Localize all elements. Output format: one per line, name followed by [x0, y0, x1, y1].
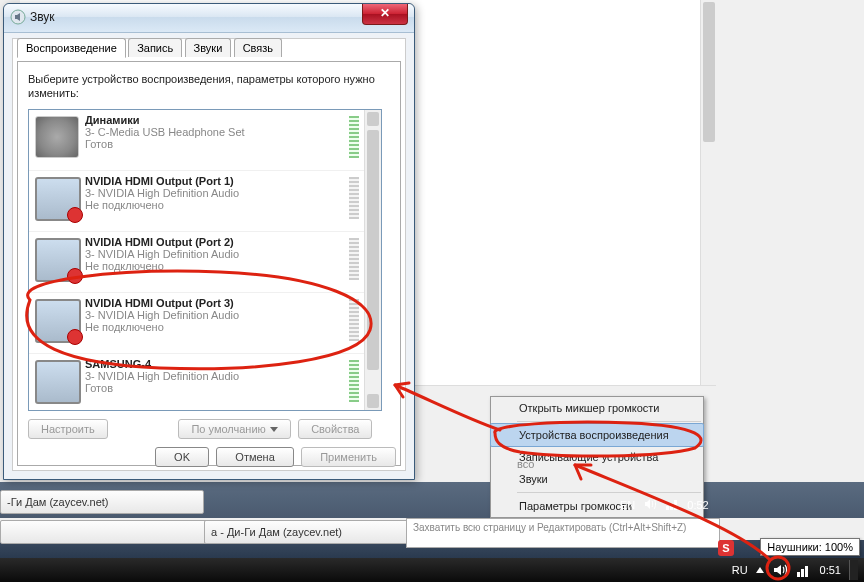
device-name: NVIDIA HDMI Output (Port 1)	[85, 175, 375, 187]
menu-open-mixer[interactable]: Открыть микшер громкости	[491, 397, 703, 419]
tab-label: а - Ди-Ги Дам (zaycev.net)	[211, 526, 342, 538]
volume-icon	[643, 497, 657, 513]
device-status: Готов	[85, 382, 375, 394]
show-hidden-icons[interactable]	[756, 567, 764, 573]
tab-playback[interactable]: Воспроизведение	[17, 38, 126, 58]
device-subtitle: 3- NVIDIA High Definition Audio	[85, 309, 375, 321]
level-meter-icon	[349, 299, 359, 341]
taskbar: RU 0:51	[0, 558, 864, 582]
close-button[interactable]: ✕	[362, 4, 408, 25]
menu-sounds[interactable]: Звуки	[491, 468, 703, 490]
capture-hint-text: Захватить всю страницу и Редактировать (…	[413, 522, 686, 533]
unplugged-badge-icon	[67, 207, 83, 223]
level-meter-icon	[349, 116, 359, 158]
system-tray: RU 0:51	[732, 560, 858, 580]
tab-label: -Ги Дам (zaycev.net)	[7, 496, 108, 508]
level-meter-icon	[349, 238, 359, 280]
device-status: Готов	[85, 138, 375, 150]
device-item[interactable]: NVIDIA HDMI Output (Port 1) 3- NVIDIA Hi…	[29, 171, 381, 232]
lang-indicator: EN	[620, 499, 635, 511]
chevron-down-icon	[270, 427, 278, 432]
unplugged-badge-icon	[67, 268, 83, 284]
device-subtitle: 3- NVIDIA High Definition Audio	[85, 370, 375, 382]
device-item[interactable]: Динамики 3- C-Media USB Headphone Set Го…	[29, 110, 381, 171]
page-scrollbar-vertical[interactable]	[700, 0, 717, 385]
unplugged-badge-icon	[67, 329, 83, 345]
monitor-icon	[35, 360, 81, 404]
volume-tooltip: Наушники: 100%	[760, 538, 860, 556]
device-subtitle: 3- NVIDIA High Definition Audio	[85, 248, 375, 260]
device-name: Динамики	[85, 114, 375, 126]
monitor-icon	[35, 299, 81, 343]
tab-sounds[interactable]: Звуки	[185, 38, 232, 57]
browser-tab-fragment[interactable]: -Ги Дам (zaycev.net)	[0, 490, 204, 514]
cancel-button[interactable]: Отмена	[216, 447, 293, 467]
set-default-label: По умолчанию	[191, 423, 265, 435]
device-buttons-row: Настроить По умолчанию Свойства	[28, 419, 390, 439]
clock[interactable]: 0:51	[820, 564, 841, 576]
menu-separator	[517, 492, 701, 493]
ok-button[interactable]: OK	[155, 447, 209, 467]
capture-hint-bar: Захватить всю страницу и Редактировать (…	[406, 518, 720, 548]
tab-communications[interactable]: Связь	[234, 38, 282, 57]
properties-button[interactable]: Свойства	[298, 419, 372, 439]
device-item[interactable]: NVIDIA HDMI Output (Port 2) 3- NVIDIA Hi…	[29, 232, 381, 293]
device-name: NVIDIA HDMI Output (Port 3)	[85, 297, 375, 309]
browser-tab-fragment[interactable]	[0, 520, 212, 544]
menu-separator	[517, 421, 701, 422]
screenshot-app-icon[interactable]: S	[718, 540, 734, 556]
stub-text: всо	[517, 458, 534, 470]
sound-icon	[10, 9, 26, 25]
level-meter-icon	[349, 360, 359, 402]
device-subtitle: 3- NVIDIA High Definition Audio	[85, 187, 375, 199]
volume-icon[interactable]	[772, 562, 788, 578]
network-icon[interactable]	[796, 562, 812, 578]
menu-playback-devices[interactable]: Устройства воспроизведения	[490, 423, 704, 447]
monitor-icon	[35, 177, 81, 221]
show-desktop-button[interactable]	[849, 560, 858, 580]
device-name: SAMSUNG-4	[85, 358, 375, 370]
set-default-button[interactable]: По умолчанию	[178, 419, 290, 439]
svg-rect-5	[801, 569, 804, 577]
level-meter-icon	[349, 177, 359, 219]
device-item[interactable]: NVIDIA HDMI Output (Port 3) 3- NVIDIA Hi…	[29, 293, 381, 354]
tab-pane-playback: Выберите устройство воспроизведения, пар…	[17, 61, 401, 466]
close-icon: ✕	[380, 6, 390, 20]
svg-rect-6	[805, 566, 808, 577]
device-name: NVIDIA HDMI Output (Port 2)	[85, 236, 375, 248]
dialog-body: Воспроизведение Запись Звуки Связь Выбер…	[12, 38, 406, 471]
device-item[interactable]: SAMSUNG-4 3- NVIDIA High Definition Audi…	[29, 354, 381, 411]
sound-dialog: Звук ✕ Воспроизведение Запись Звуки Связ…	[3, 3, 415, 480]
list-scrollbar[interactable]	[364, 110, 381, 410]
speaker-icon	[35, 116, 79, 158]
lang-indicator[interactable]: RU	[732, 564, 748, 576]
svg-rect-4	[797, 572, 800, 577]
device-status: Не подключено	[85, 260, 375, 272]
svg-rect-2	[670, 503, 673, 510]
tab-recording[interactable]: Запись	[128, 38, 182, 57]
device-list[interactable]: Динамики 3- C-Media USB Headphone Set Го…	[28, 109, 382, 411]
underlying-tray: EN 0:52	[620, 494, 709, 516]
apply-button[interactable]: Применить	[301, 447, 396, 467]
svg-rect-1	[666, 506, 669, 510]
network-icon	[665, 497, 679, 513]
browser-tab[interactable]: а - Ди-Ги Дам (zaycev.net)	[204, 520, 436, 544]
dialog-footer-buttons: OK Отмена Применить	[155, 447, 400, 467]
device-status: Не подключено	[85, 321, 375, 333]
dialog-titlebar[interactable]: Звук ✕	[4, 4, 414, 33]
configure-button[interactable]: Настроить	[28, 419, 108, 439]
svg-rect-3	[674, 500, 677, 510]
clock: 0:52	[687, 499, 708, 511]
device-status: Не подключено	[85, 199, 375, 211]
tab-strip: Воспроизведение Запись Звуки Связь	[17, 38, 409, 60]
device-subtitle: 3- C-Media USB Headphone Set	[85, 126, 375, 138]
tooltip-text: Наушники: 100%	[767, 541, 853, 553]
hint-text: Выберите устройство воспроизведения, пар…	[28, 72, 390, 101]
dialog-title: Звук	[30, 10, 55, 24]
monitor-icon	[35, 238, 81, 282]
